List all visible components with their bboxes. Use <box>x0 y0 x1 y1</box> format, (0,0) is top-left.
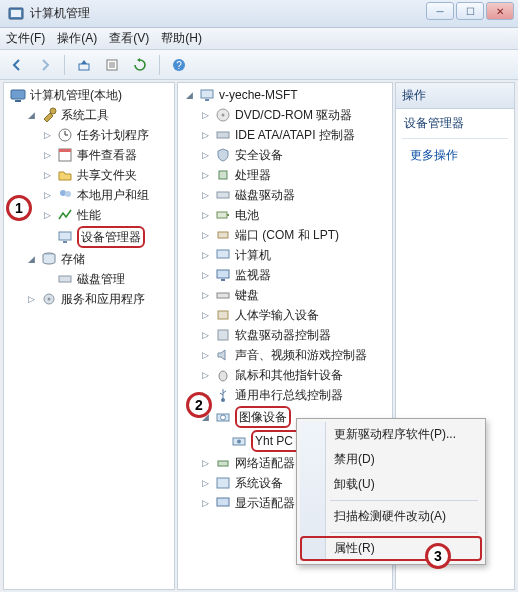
device-usb[interactable]: ▷通用串行总线控制器 <box>198 385 392 405</box>
device-sound[interactable]: ▷声音、视频和游戏控制器 <box>198 345 392 365</box>
svg-rect-26 <box>205 99 209 101</box>
toolbar: ? <box>0 50 518 80</box>
device-label: 系统设备 <box>235 474 283 492</box>
expand-icon[interactable]: ▷ <box>26 294 37 305</box>
svg-rect-33 <box>227 214 229 216</box>
svg-point-46 <box>237 440 241 444</box>
up-button[interactable] <box>73 54 95 76</box>
services-icon <box>41 291 57 307</box>
maximize-button[interactable]: ☐ <box>456 2 484 20</box>
expand-icon[interactable]: ▷ <box>42 130 53 141</box>
device-label: 监视器 <box>235 266 271 284</box>
svg-point-24 <box>48 298 51 301</box>
mgmt-tree[interactable]: 计算机管理(本地) ◢ 系统工具 ▷任务计划程序 ▷事件查看器 ▷共享文件夹 <box>4 83 174 311</box>
svg-rect-20 <box>63 241 67 243</box>
tree-item-label: 共享文件夹 <box>77 166 137 184</box>
svg-point-42 <box>221 398 225 402</box>
device-label: 计算机 <box>235 246 271 264</box>
ctx-properties[interactable]: 属性(R) <box>300 536 482 561</box>
device-floppy-ctrl[interactable]: ▷软盘驱动器控制器 <box>198 325 392 345</box>
device-dvd[interactable]: ▷DVD/CD-ROM 驱动器 <box>198 105 392 125</box>
collapse-icon[interactable]: ◢ <box>26 254 37 265</box>
svg-point-18 <box>65 191 71 197</box>
device-hid[interactable]: ▷人体学输入设备 <box>198 305 392 325</box>
svg-rect-22 <box>59 276 71 282</box>
properties-button[interactable] <box>101 54 123 76</box>
device-keyboards[interactable]: ▷键盘 <box>198 285 392 305</box>
tree-local-users[interactable]: ▷本地用户和组 <box>40 185 174 205</box>
ctx-scan[interactable]: 扫描检测硬件改动(A) <box>300 504 482 529</box>
back-button[interactable] <box>6 54 28 76</box>
pc-icon <box>215 247 231 263</box>
minimize-button[interactable]: ─ <box>426 2 454 20</box>
computer-icon <box>199 87 215 103</box>
tree-event-viewer[interactable]: ▷事件查看器 <box>40 145 174 165</box>
ide-icon <box>215 127 231 143</box>
device-root[interactable]: ◢ v-yeche-MSFT <box>182 85 392 105</box>
device-label: 软盘驱动器控制器 <box>235 326 331 344</box>
event-icon <box>57 147 73 163</box>
wrench-icon <box>41 107 57 123</box>
svg-rect-19 <box>59 232 71 240</box>
tree-storage[interactable]: ◢ 存储 <box>24 249 174 269</box>
device-label: 磁盘驱动器 <box>235 186 295 204</box>
menu-help[interactable]: 帮助(H) <box>161 30 202 47</box>
tree-item-label: 设备管理器 <box>77 226 145 248</box>
svg-rect-49 <box>217 498 229 506</box>
menu-view[interactable]: 查看(V) <box>109 30 149 47</box>
tree-device-manager[interactable]: ▷设备管理器 <box>40 225 174 249</box>
toolbar-separator <box>64 55 65 75</box>
device-disk-drives[interactable]: ▷磁盘驱动器 <box>198 185 392 205</box>
refresh-button[interactable] <box>129 54 151 76</box>
tree-task-scheduler[interactable]: ▷任务计划程序 <box>40 125 174 145</box>
actions-section: 设备管理器 <box>396 109 514 134</box>
close-button[interactable]: ✕ <box>486 2 514 20</box>
tree-item-label: 本地用户和组 <box>77 186 149 204</box>
svg-rect-30 <box>219 171 227 179</box>
device-mice[interactable]: ▷鼠标和其他指针设备 <box>198 365 392 385</box>
device-computer[interactable]: ▷计算机 <box>198 245 392 265</box>
ctx-disable[interactable]: 禁用(D) <box>300 447 482 472</box>
tree-shared-folders[interactable]: ▷共享文件夹 <box>40 165 174 185</box>
tree-item-label: 性能 <box>77 206 101 224</box>
device-monitors[interactable]: ▷监视器 <box>198 265 392 285</box>
ctx-update-driver[interactable]: 更新驱动程序软件(P)... <box>300 422 482 447</box>
device-label: IDE ATA/ATAPI 控制器 <box>235 126 355 144</box>
tree-item-label: 事件查看器 <box>77 146 137 164</box>
expand-icon[interactable]: ▷ <box>42 190 53 201</box>
device-security[interactable]: ▷安全设备 <box>198 145 392 165</box>
device-processors[interactable]: ▷处理器 <box>198 165 392 185</box>
svg-rect-31 <box>217 192 229 198</box>
webcam-icon <box>231 433 247 449</box>
svg-rect-16 <box>59 149 71 152</box>
collapse-icon[interactable]: ◢ <box>26 110 37 121</box>
usb-icon <box>215 387 231 403</box>
svg-rect-35 <box>217 250 229 258</box>
device-batteries[interactable]: ▷电池 <box>198 205 392 225</box>
svg-rect-40 <box>218 330 228 340</box>
device-label: 端口 (COM 和 LPT) <box>235 226 339 244</box>
port-icon <box>215 227 231 243</box>
ctx-uninstall[interactable]: 卸载(U) <box>300 472 482 497</box>
tree-item-label: 磁盘管理 <box>77 270 125 288</box>
tree-services-apps[interactable]: ▷ 服务和应用程序 <box>24 289 174 309</box>
svg-rect-37 <box>221 279 225 281</box>
collapse-icon[interactable]: ◢ <box>184 90 195 101</box>
device-label: 键盘 <box>235 286 259 304</box>
menu-file[interactable]: 文件(F) <box>6 30 45 47</box>
menu-action[interactable]: 操作(A) <box>57 30 97 47</box>
expand-icon[interactable]: ▷ <box>42 170 53 181</box>
menubar: 文件(F) 操作(A) 查看(V) 帮助(H) <box>0 28 518 50</box>
forward-button[interactable] <box>34 54 56 76</box>
tree-performance[interactable]: ▷性能 <box>40 205 174 225</box>
expand-icon[interactable]: ▷ <box>42 150 53 161</box>
expand-icon[interactable]: ▷ <box>42 210 53 221</box>
annotation-2: 2 <box>186 392 212 418</box>
tree-root[interactable]: 计算机管理(本地) <box>8 85 174 105</box>
tree-disk-mgmt[interactable]: ▷磁盘管理 <box>40 269 174 289</box>
tree-system-tools[interactable]: ◢ 系统工具 <box>24 105 174 125</box>
device-ports[interactable]: ▷端口 (COM 和 LPT) <box>198 225 392 245</box>
device-ide[interactable]: ▷IDE ATA/ATAPI 控制器 <box>198 125 392 145</box>
help-button[interactable]: ? <box>168 54 190 76</box>
actions-more[interactable]: 更多操作 <box>396 143 514 168</box>
